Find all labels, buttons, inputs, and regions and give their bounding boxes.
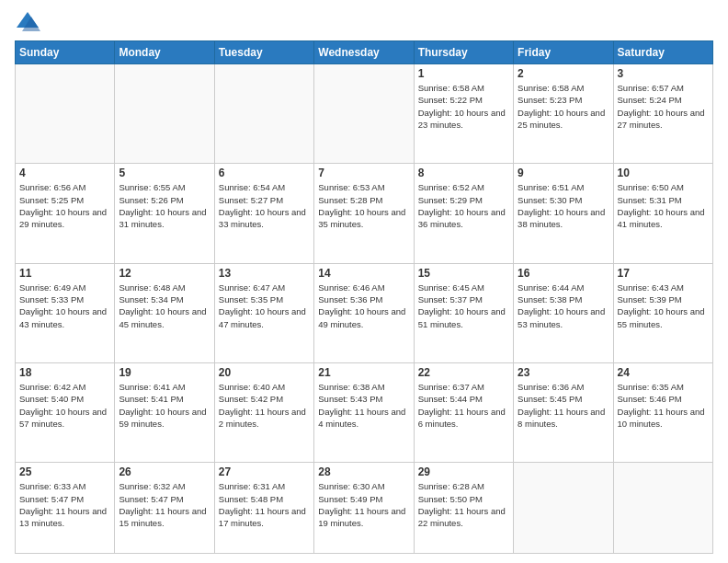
week-row-3: 18Sunrise: 6:42 AM Sunset: 5:40 PM Dayli… <box>16 363 713 463</box>
day-info: Sunrise: 6:31 AM Sunset: 5:48 PM Dayligh… <box>219 480 310 529</box>
day-info: Sunrise: 6:35 AM Sunset: 5:46 PM Dayligh… <box>618 381 709 430</box>
calendar-cell: 19Sunrise: 6:41 AM Sunset: 5:41 PM Dayli… <box>115 363 214 463</box>
calendar-cell: 1Sunrise: 6:58 AM Sunset: 5:22 PM Daylig… <box>414 64 513 164</box>
calendar-cell: 17Sunrise: 6:43 AM Sunset: 5:39 PM Dayli… <box>613 263 712 362</box>
day-number: 22 <box>418 366 509 379</box>
header <box>15 9 713 35</box>
calendar-cell <box>514 463 613 554</box>
day-info: Sunrise: 6:55 AM Sunset: 5:26 PM Dayligh… <box>119 181 210 230</box>
day-info: Sunrise: 6:32 AM Sunset: 5:47 PM Dayligh… <box>119 480 210 529</box>
calendar-cell: 18Sunrise: 6:42 AM Sunset: 5:40 PM Dayli… <box>16 363 115 463</box>
calendar-cell: 15Sunrise: 6:45 AM Sunset: 5:37 PM Dayli… <box>414 263 513 362</box>
calendar-cell: 2Sunrise: 6:58 AM Sunset: 5:23 PM Daylig… <box>514 64 613 164</box>
day-number: 12 <box>119 267 210 280</box>
day-number: 8 <box>418 167 509 179</box>
calendar-table: SundayMondayTuesdayWednesdayThursdayFrid… <box>15 40 713 554</box>
day-number: 17 <box>618 267 709 280</box>
day-number: 1 <box>418 67 509 80</box>
calendar-header-sunday: Sunday <box>16 41 115 64</box>
calendar-cell: 22Sunrise: 6:37 AM Sunset: 5:44 PM Dayli… <box>414 363 513 463</box>
calendar-cell: 20Sunrise: 6:40 AM Sunset: 5:42 PM Dayli… <box>214 363 313 463</box>
day-number: 28 <box>318 465 409 478</box>
day-info: Sunrise: 6:50 AM Sunset: 5:31 PM Dayligh… <box>618 181 709 230</box>
calendar-cell <box>214 64 313 164</box>
day-info: Sunrise: 6:28 AM Sunset: 5:50 PM Dayligh… <box>418 480 509 529</box>
day-info: Sunrise: 6:40 AM Sunset: 5:42 PM Dayligh… <box>219 381 310 430</box>
calendar-cell: 27Sunrise: 6:31 AM Sunset: 5:48 PM Dayli… <box>214 463 313 554</box>
calendar-header-thursday: Thursday <box>414 41 513 64</box>
day-number: 14 <box>318 267 409 280</box>
calendar-cell: 16Sunrise: 6:44 AM Sunset: 5:38 PM Dayli… <box>514 263 613 362</box>
day-info: Sunrise: 6:58 AM Sunset: 5:22 PM Dayligh… <box>418 82 509 131</box>
calendar-cell: 14Sunrise: 6:46 AM Sunset: 5:36 PM Dayli… <box>314 263 414 362</box>
day-number: 4 <box>19 167 110 179</box>
calendar-cell: 3Sunrise: 6:57 AM Sunset: 5:24 PM Daylig… <box>613 64 712 164</box>
day-number: 27 <box>219 465 310 478</box>
day-info: Sunrise: 6:38 AM Sunset: 5:43 PM Dayligh… <box>318 381 409 430</box>
week-row-1: 4Sunrise: 6:56 AM Sunset: 5:25 PM Daylig… <box>16 164 713 263</box>
day-info: Sunrise: 6:36 AM Sunset: 5:45 PM Dayligh… <box>518 381 609 430</box>
calendar-header-wednesday: Wednesday <box>314 41 414 64</box>
day-number: 21 <box>318 366 409 379</box>
calendar-cell: 25Sunrise: 6:33 AM Sunset: 5:47 PM Dayli… <box>16 463 115 554</box>
calendar-header-saturday: Saturday <box>613 41 712 64</box>
day-info: Sunrise: 6:43 AM Sunset: 5:39 PM Dayligh… <box>618 282 709 330</box>
calendar-cell: 6Sunrise: 6:54 AM Sunset: 5:27 PM Daylig… <box>214 164 313 263</box>
calendar-cell: 13Sunrise: 6:47 AM Sunset: 5:35 PM Dayli… <box>214 263 313 362</box>
day-number: 9 <box>518 167 609 179</box>
day-info: Sunrise: 6:44 AM Sunset: 5:38 PM Dayligh… <box>518 282 609 330</box>
calendar-cell <box>314 64 414 164</box>
calendar-cell <box>16 64 115 164</box>
calendar-cell: 28Sunrise: 6:30 AM Sunset: 5:49 PM Dayli… <box>314 463 414 554</box>
day-number: 11 <box>19 267 110 280</box>
day-info: Sunrise: 6:41 AM Sunset: 5:41 PM Dayligh… <box>119 381 210 430</box>
calendar-cell: 24Sunrise: 6:35 AM Sunset: 5:46 PM Dayli… <box>613 363 712 463</box>
day-info: Sunrise: 6:53 AM Sunset: 5:28 PM Dayligh… <box>318 181 409 230</box>
week-row-2: 11Sunrise: 6:49 AM Sunset: 5:33 PM Dayli… <box>16 263 713 362</box>
day-info: Sunrise: 6:47 AM Sunset: 5:35 PM Dayligh… <box>219 282 310 330</box>
calendar-cell: 12Sunrise: 6:48 AM Sunset: 5:34 PM Dayli… <box>115 263 214 362</box>
day-number: 3 <box>618 67 709 80</box>
day-info: Sunrise: 6:49 AM Sunset: 5:33 PM Dayligh… <box>19 282 110 330</box>
calendar-cell: 7Sunrise: 6:53 AM Sunset: 5:28 PM Daylig… <box>314 164 414 263</box>
day-number: 20 <box>219 366 310 379</box>
day-number: 2 <box>518 67 609 80</box>
day-info: Sunrise: 6:56 AM Sunset: 5:25 PM Dayligh… <box>19 181 110 230</box>
day-info: Sunrise: 6:45 AM Sunset: 5:37 PM Dayligh… <box>418 282 509 330</box>
calendar-cell: 4Sunrise: 6:56 AM Sunset: 5:25 PM Daylig… <box>16 164 115 263</box>
calendar-header-friday: Friday <box>514 41 613 64</box>
page: SundayMondayTuesdayWednesdayThursdayFrid… <box>0 0 728 563</box>
logo <box>15 9 44 35</box>
day-number: 18 <box>19 366 110 379</box>
week-row-0: 1Sunrise: 6:58 AM Sunset: 5:22 PM Daylig… <box>16 64 713 164</box>
calendar-cell: 10Sunrise: 6:50 AM Sunset: 5:31 PM Dayli… <box>613 164 712 263</box>
calendar-cell: 9Sunrise: 6:51 AM Sunset: 5:30 PM Daylig… <box>514 164 613 263</box>
calendar-cell: 26Sunrise: 6:32 AM Sunset: 5:47 PM Dayli… <box>115 463 214 554</box>
day-info: Sunrise: 6:33 AM Sunset: 5:47 PM Dayligh… <box>19 480 110 529</box>
day-number: 26 <box>119 465 210 478</box>
day-info: Sunrise: 6:48 AM Sunset: 5:34 PM Dayligh… <box>119 282 210 330</box>
day-info: Sunrise: 6:54 AM Sunset: 5:27 PM Dayligh… <box>219 181 310 230</box>
day-number: 6 <box>219 167 310 179</box>
day-number: 10 <box>618 167 709 179</box>
day-number: 5 <box>119 167 210 179</box>
day-number: 15 <box>418 267 509 280</box>
calendar-cell: 5Sunrise: 6:55 AM Sunset: 5:26 PM Daylig… <box>115 164 214 263</box>
calendar-cell <box>115 64 214 164</box>
calendar-cell: 11Sunrise: 6:49 AM Sunset: 5:33 PM Dayli… <box>16 263 115 362</box>
day-info: Sunrise: 6:30 AM Sunset: 5:49 PM Dayligh… <box>318 480 409 529</box>
calendar-cell: 8Sunrise: 6:52 AM Sunset: 5:29 PM Daylig… <box>414 164 513 263</box>
day-number: 16 <box>518 267 609 280</box>
day-info: Sunrise: 6:51 AM Sunset: 5:30 PM Dayligh… <box>518 181 609 230</box>
day-number: 24 <box>618 366 709 379</box>
logo-icon <box>15 9 40 35</box>
day-number: 25 <box>19 465 110 478</box>
day-info: Sunrise: 6:42 AM Sunset: 5:40 PM Dayligh… <box>19 381 110 430</box>
day-info: Sunrise: 6:52 AM Sunset: 5:29 PM Dayligh… <box>418 181 509 230</box>
day-info: Sunrise: 6:46 AM Sunset: 5:36 PM Dayligh… <box>318 282 409 330</box>
calendar-cell: 23Sunrise: 6:36 AM Sunset: 5:45 PM Dayli… <box>514 363 613 463</box>
day-number: 19 <box>119 366 210 379</box>
calendar-header-row: SundayMondayTuesdayWednesdayThursdayFrid… <box>16 41 713 64</box>
day-number: 7 <box>318 167 409 179</box>
calendar-header-tuesday: Tuesday <box>214 41 313 64</box>
